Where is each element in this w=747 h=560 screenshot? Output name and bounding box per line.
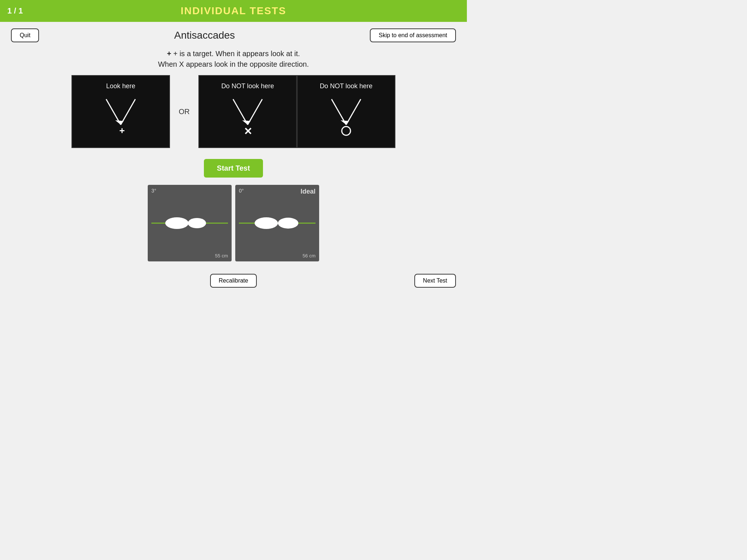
calib-svg-1 xyxy=(148,185,232,261)
instructions-block: + + is a target. When it appears look at… xyxy=(0,50,467,69)
svg-point-14 xyxy=(188,218,206,228)
calib-panel-2: 0° Ideal 56 cm xyxy=(235,185,319,261)
bottom-controls: Recalibrate Next Test xyxy=(0,265,467,296)
demo-panel-2-title: Do NOT look here xyxy=(221,82,274,90)
demo-panel-3-svg xyxy=(310,94,383,137)
instruction-line2: When X appears look in the opposite dire… xyxy=(0,60,467,69)
header-bar: 1 / 1 INDIVIDUAL TESTS xyxy=(0,0,467,22)
demo-panel-1-svg: + xyxy=(84,94,157,137)
instruction-line1: + + is a target. When it appears look at… xyxy=(0,50,467,58)
or-separator: OR xyxy=(179,108,190,116)
svg-text:✕: ✕ xyxy=(244,126,252,137)
quit-button[interactable]: Quit xyxy=(11,28,39,42)
recalibrate-button[interactable]: Recalibrate xyxy=(210,274,257,288)
demo-panel-1-title: Look here xyxy=(106,82,135,90)
calib-deg-1: 3° xyxy=(151,188,156,194)
top-controls: Quit Antisaccades Skip to end of assessm… xyxy=(0,22,467,46)
svg-point-11 xyxy=(342,127,351,135)
skip-button[interactable]: Skip to end of assessment xyxy=(370,28,456,42)
svg-line-10 xyxy=(346,99,361,125)
demo-panels-row: Look here + OR Do NOT look here ✕ Do NOT… xyxy=(69,75,398,148)
demo-panel-not-x: Do NOT look here ✕ xyxy=(198,75,297,148)
demo-panel-not-circle: Do NOT look here xyxy=(297,75,395,148)
demo-panel-3-title: Do NOT look here xyxy=(320,82,373,90)
calib-svg-2 xyxy=(235,185,319,261)
calib-panel-1: 3° 55 cm xyxy=(148,185,232,261)
demo-panel-look-here: Look here + xyxy=(71,75,170,148)
calib-deg-2: 0° xyxy=(239,188,244,194)
svg-line-2 xyxy=(121,99,135,125)
start-test-row: Start Test xyxy=(0,159,467,178)
svg-line-6 xyxy=(248,99,262,125)
svg-point-17 xyxy=(278,218,298,229)
calib-ideal-label: Ideal xyxy=(301,188,316,195)
plus-symbol: + xyxy=(167,50,171,58)
test-counter: 1 / 1 xyxy=(7,6,23,16)
svg-text:+: + xyxy=(119,125,125,136)
page-title: INDIVIDUAL TESTS xyxy=(181,5,286,17)
calib-cm-1: 55 cm xyxy=(215,253,228,258)
svg-point-13 xyxy=(165,217,189,229)
test-name: Antisaccades xyxy=(39,30,370,41)
start-test-button[interactable]: Start Test xyxy=(204,159,263,178)
demo-panel-2-svg: ✕ xyxy=(211,94,284,137)
calibration-panels-row: 3° 55 cm 0° Ideal 56 cm xyxy=(124,185,343,261)
next-test-button[interactable]: Next Test xyxy=(414,274,456,288)
calib-cm-2: 56 cm xyxy=(303,253,316,258)
svg-point-16 xyxy=(255,217,278,229)
